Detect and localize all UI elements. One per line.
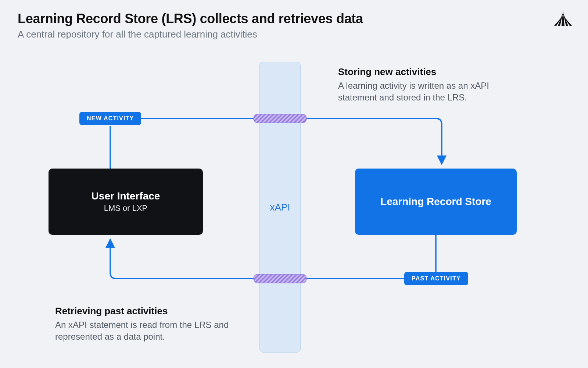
past-activity-pill: PAST ACTIVITY xyxy=(404,272,468,285)
retrieving-note-body: An xAPI statement is read from the LRS a… xyxy=(55,319,232,343)
learning-record-store-box-title: Learning Record Store xyxy=(380,196,491,208)
retrieving-note: Retrieving past activities An xAPI state… xyxy=(55,305,232,343)
retrieving-note-title: Retrieving past activities xyxy=(55,305,232,317)
xapi-column xyxy=(259,62,301,353)
storing-note-title: Storing new activities xyxy=(338,66,522,78)
learning-record-store-box: Learning Record Store xyxy=(355,169,517,235)
user-interface-box-subtitle: LMS or LXP xyxy=(104,204,148,213)
user-interface-box: User Interface LMS or LXP xyxy=(49,169,203,235)
diagram-canvas: xAPI User Interface LMS or LXP Learning … xyxy=(0,0,588,368)
storing-note: Storing new activities A learning activi… xyxy=(338,66,522,104)
user-interface-box-title: User Interface xyxy=(92,190,160,202)
storing-note-body: A learning activity is written as an xAP… xyxy=(338,80,522,104)
new-activity-pill: NEW ACTIVITY xyxy=(79,112,141,125)
